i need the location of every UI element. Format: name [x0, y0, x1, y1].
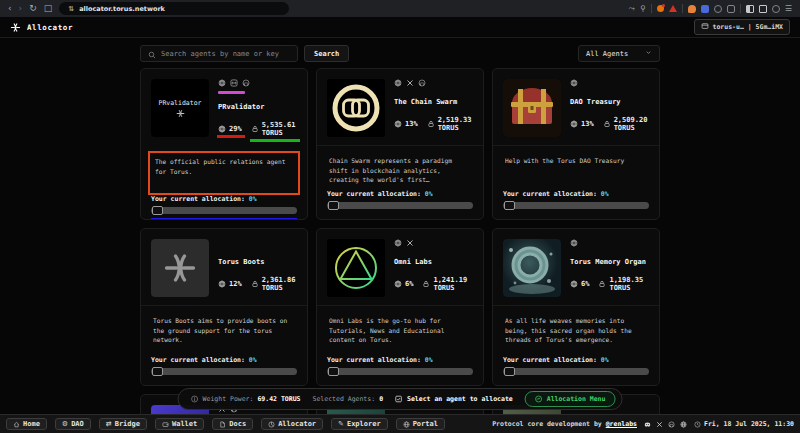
- discord-icon[interactable]: [644, 421, 651, 428]
- agent-card[interactable]: Torus Boots 12% 2,361.86 TORUS Torus Boo…: [140, 228, 308, 386]
- taskbar-item-allocator[interactable]: Allocator: [261, 418, 323, 430]
- wallet-badge[interactable]: torus-u… | 5Gm…iMX: [694, 19, 790, 35]
- agent-social-links: [394, 239, 473, 249]
- allocation-slider[interactable]: [327, 368, 473, 375]
- agents-filter-dropdown[interactable]: All Agents: [578, 45, 660, 62]
- agent-card[interactable]: The Chain Swarm 13% 2,519.33 TORUS Chain…: [316, 68, 484, 220]
- globe-icon[interactable]: [394, 239, 402, 249]
- search-input[interactable]: [161, 50, 290, 58]
- clock-icon: [694, 421, 701, 428]
- agent-card[interactable]: PRvalidator PRvalidator 29% 5,535.61 TOR…: [140, 68, 308, 220]
- memory-organ-avatar-art: [503, 239, 561, 297]
- agent-card[interactable]: Omni Labs 6% 1,241.19 TORUS Omni Labs is…: [316, 228, 484, 386]
- allocation-menu-button[interactable]: Allocation Menu: [525, 391, 616, 407]
- allocation-slider[interactable]: [503, 368, 649, 375]
- agent-stake: 2,509.20 TORUS: [603, 116, 649, 132]
- github-icon[interactable]: [668, 421, 675, 428]
- globe-icon[interactable]: [570, 79, 578, 89]
- selected-agents: Selected Agents: 0: [313, 395, 384, 403]
- renlabs-link[interactable]: @renlabs: [606, 420, 637, 428]
- taskbar-item-home[interactable]: Home: [6, 418, 47, 430]
- allocation-slider[interactable]: [327, 202, 473, 209]
- menu-icon[interactable]: ☰: [785, 4, 792, 13]
- agent-card[interactable]: Torus Memory Organ 6% 1,198.35 TORUS As …: [492, 228, 660, 386]
- allocation-slider[interactable]: [503, 202, 649, 209]
- site-permissions-icon[interactable]: ⇅: [68, 5, 74, 13]
- x-icon[interactable]: [656, 421, 663, 428]
- extension-icon[interactable]: [727, 5, 735, 13]
- lock-icon: [603, 120, 611, 128]
- agent-network-percent: 13%: [394, 120, 418, 128]
- slider-handle[interactable]: [152, 206, 163, 215]
- agent-stake: 1,241.19 TORUS: [422, 276, 473, 292]
- globe-icon[interactable]: [394, 79, 402, 89]
- allocation-section: Your current allocation: 0%: [327, 356, 473, 375]
- medium-icon[interactable]: [230, 79, 238, 89]
- agent-stake: 2,361.86 TORUS: [251, 276, 297, 292]
- card-divider: [493, 305, 659, 306]
- globe-icon[interactable]: [570, 239, 578, 249]
- tab-search-icon[interactable]: [759, 5, 767, 13]
- extension-icon[interactable]: ⚲: [640, 4, 646, 13]
- back-icon[interactable]: ‹: [8, 0, 12, 17]
- divider: [651, 4, 652, 13]
- allocation-section: Your current allocation: 0%: [151, 195, 297, 220]
- agent-stake: 1,198.35 TORUS: [598, 276, 649, 292]
- bookmark-panel-icon[interactable]: □: [44, 0, 53, 17]
- taskbar-item-label: Allocator: [278, 420, 316, 428]
- allocation-slider[interactable]: [151, 207, 297, 214]
- extension-icon[interactable]: [701, 5, 709, 13]
- allocation-slider[interactable]: [151, 368, 297, 375]
- globe-icon[interactable]: [218, 79, 226, 89]
- agent-avatar: [327, 79, 385, 137]
- taskbar-item-bridge[interactable]: ⇄Bridge: [99, 418, 147, 430]
- profile-icon[interactable]: [772, 5, 780, 13]
- extension-icon[interactable]: [688, 5, 696, 13]
- description-area: Omni Labs is the go-to hub for Tutorials…: [327, 312, 473, 349]
- taskbar-item-dao[interactable]: ⚙DAO: [55, 418, 91, 430]
- agent-description: As all life weaves memories into being, …: [505, 316, 647, 345]
- globe-icon[interactable]: [680, 421, 687, 428]
- agent-social-links: [570, 239, 649, 249]
- agent-card[interactable]: DAO Treasury 13% 2,509.20 TORUS Help wit…: [492, 68, 660, 220]
- allocation-menu-icon: [535, 395, 543, 403]
- cast-icon[interactable]: ⤳: [629, 4, 635, 14]
- slider-handle[interactable]: [152, 367, 163, 376]
- taskbar-item-portal[interactable]: Portal: [396, 418, 445, 430]
- home-icon: [13, 421, 20, 428]
- card-divider: [141, 305, 307, 306]
- slider-handle[interactable]: [328, 367, 339, 376]
- slider-handle[interactable]: [504, 201, 515, 210]
- github-icon[interactable]: [418, 79, 426, 89]
- torus-logo-icon[interactable]: [10, 22, 21, 33]
- lock-icon: [251, 125, 259, 133]
- doc-icon: [219, 421, 226, 428]
- search-box: [140, 45, 298, 62]
- chevron-down-icon: [645, 49, 652, 58]
- slider-handle[interactable]: [504, 367, 515, 376]
- address-bar[interactable]: ⇅ allocator.torus.network: [59, 2, 289, 15]
- wallet-icon: [162, 421, 169, 428]
- taskbar-item-explorer[interactable]: ✎Explorer: [331, 418, 388, 430]
- url-text: allocator.torus.network: [79, 5, 165, 13]
- wallet-badge-label: torus-u… | 5Gm…iMX: [713, 23, 783, 31]
- x-icon[interactable]: [406, 239, 414, 249]
- reload-icon[interactable]: ↻: [29, 0, 37, 17]
- taskbar-item-label: Home: [23, 420, 40, 428]
- allocator-icon: [268, 421, 275, 428]
- extension-badge-icon[interactable]: [657, 5, 664, 12]
- taskbar-item-docs[interactable]: Docs: [212, 418, 253, 430]
- github-icon[interactable]: [242, 79, 250, 89]
- allocation-section: Your current allocation: 0%: [503, 356, 649, 375]
- warning-extension-icon[interactable]: [669, 5, 677, 12]
- extension-icon[interactable]: [714, 5, 722, 13]
- slider-handle[interactable]: [328, 201, 339, 210]
- description-area: Help with the Torus DAO Treasury: [503, 152, 649, 170]
- search-button[interactable]: Search: [304, 45, 349, 62]
- taskbar-item-wallet[interactable]: Wallet: [155, 418, 204, 430]
- divider: [740, 4, 741, 13]
- taskbar-item-label: Portal: [413, 420, 438, 428]
- forward-icon[interactable]: ›: [19, 0, 23, 17]
- sidebar-toggle-icon[interactable]: [746, 5, 754, 13]
- x-icon[interactable]: [406, 79, 414, 89]
